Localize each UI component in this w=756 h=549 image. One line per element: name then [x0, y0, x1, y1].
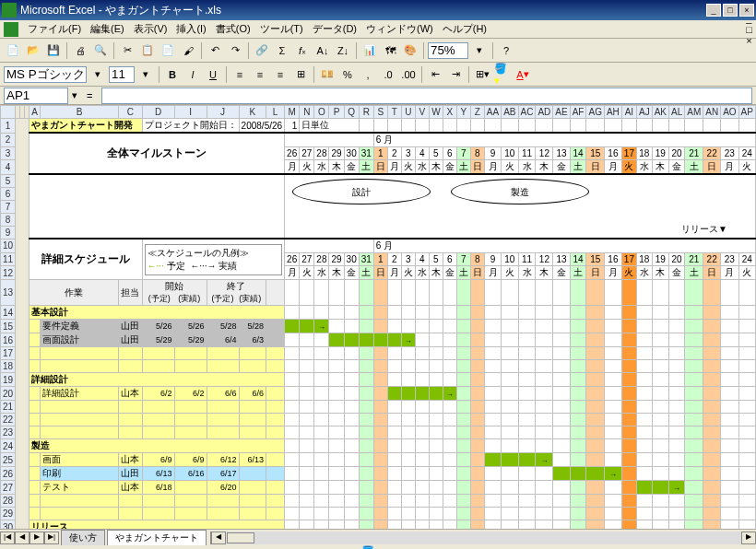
menu-view[interactable]: 表示(V) — [130, 20, 171, 38]
align-left-button[interactable]: ≡ — [230, 65, 249, 84]
menu-file[interactable]: ファイル(F) — [24, 20, 85, 38]
gantt-bar[interactable] — [553, 467, 570, 481]
gantt-bar[interactable]: → — [604, 467, 621, 481]
function-button[interactable]: fₓ — [293, 41, 312, 60]
gantt-bar[interactable] — [401, 387, 415, 401]
tab-nav-prev[interactable]: ◀ — [15, 531, 30, 544]
col-header[interactable]: AB — [502, 106, 518, 119]
row-header[interactable]: 25 — [1, 453, 16, 467]
gantt-bar[interactable] — [300, 320, 314, 333]
row-header[interactable]: 3 — [1, 147, 16, 160]
menu-format[interactable]: 書式(O) — [212, 20, 254, 38]
col-header[interactable]: T — [387, 106, 401, 119]
row-header[interactable]: 22 — [1, 414, 16, 426]
font-color-button[interactable]: A▾ — [514, 65, 532, 84]
row-header[interactable]: 16 — [1, 333, 16, 347]
merge-button[interactable]: ⊞ — [291, 65, 310, 84]
row-header[interactable]: 10 — [1, 239, 16, 253]
row-header[interactable]: 27 — [1, 481, 16, 495]
chart-button[interactable]: 📊 — [360, 41, 379, 60]
tab-nav-last[interactable]: ▶| — [44, 531, 59, 544]
ellipse-design[interactable]: 設計 — [292, 179, 431, 204]
gantt-bar[interactable]: → — [401, 333, 415, 347]
gantt-bar[interactable] — [484, 453, 501, 467]
menu-edit[interactable]: 編集(E) — [87, 20, 128, 38]
gantt-bar[interactable]: → — [536, 453, 553, 467]
copy-button[interactable]: 📋 — [138, 41, 157, 60]
border-button[interactable]: ⊞▾ — [473, 65, 491, 84]
row-header[interactable]: 13 — [1, 280, 16, 306]
col-header[interactable]: AM — [685, 106, 703, 119]
undo-button[interactable]: ↶ — [206, 41, 224, 60]
col-header[interactable]: W — [429, 106, 443, 119]
col-header[interactable]: AI — [621, 106, 636, 119]
col-header[interactable]: N — [300, 106, 314, 119]
doc-close-button[interactable]: × — [746, 35, 752, 46]
preview-button[interactable]: 🔍 — [91, 41, 110, 60]
minimize-button[interactable]: _ — [706, 4, 721, 17]
doc-restore-button[interactable]: □ — [746, 24, 752, 35]
inc-indent-button[interactable]: ⇥ — [446, 65, 465, 84]
gantt-bar[interactable]: → — [668, 481, 684, 495]
gantt-bar[interactable] — [502, 453, 518, 467]
save-button[interactable]: 💾 — [44, 41, 63, 60]
col-header[interactable]: L — [266, 106, 285, 119]
row-header[interactable]: 2 — [1, 133, 16, 147]
inc-decimal-button[interactable]: .0 — [379, 65, 397, 84]
name-box[interactable] — [4, 88, 68, 104]
col-header[interactable]: AE — [553, 106, 570, 119]
row-header[interactable]: 9 — [1, 226, 16, 239]
ellipse-build[interactable]: 製造 — [451, 179, 589, 204]
gantt-bar[interactable] — [329, 333, 344, 347]
row-header[interactable]: 24 — [1, 439, 16, 453]
col-header[interactable]: AD — [536, 106, 553, 119]
gantt-bar[interactable] — [652, 481, 668, 495]
font-dropdown[interactable]: ▾ — [89, 65, 107, 84]
gantt-bar[interactable] — [387, 333, 401, 347]
hscroll-right[interactable]: ▶ — [741, 531, 756, 544]
row-header[interactable]: 17 — [1, 347, 16, 360]
row-header[interactable]: 12 — [1, 266, 16, 280]
row-header[interactable]: 6 — [1, 187, 16, 200]
col-header[interactable]: AK — [652, 106, 668, 119]
tab-nav-first[interactable]: |◀ — [0, 531, 15, 544]
gantt-bar[interactable] — [429, 387, 443, 401]
gantt-bar[interactable] — [373, 333, 387, 347]
size-input[interactable] — [109, 66, 135, 83]
col-header[interactable]: AL — [668, 106, 684, 119]
col-header[interactable]: U — [401, 106, 415, 119]
row-header[interactable]: 21 — [1, 401, 16, 414]
row-header[interactable]: 20 — [1, 387, 16, 401]
gantt-bar[interactable] — [285, 320, 300, 333]
row-header[interactable]: 8 — [1, 213, 16, 226]
row-header[interactable]: 30 — [1, 520, 16, 530]
sheet-tab-usage[interactable]: 使い方 — [61, 530, 105, 545]
gantt-bar[interactable] — [636, 481, 652, 495]
gantt-bar[interactable] — [387, 387, 401, 401]
align-right-button[interactable]: ≡ — [271, 65, 289, 84]
sort-asc-button[interactable]: A↓ — [313, 41, 332, 60]
sort-desc-button[interactable]: Z↓ — [334, 41, 352, 60]
col-header[interactable]: X — [443, 106, 456, 119]
formula-input[interactable] — [101, 88, 752, 104]
row-header[interactable]: 11 — [1, 253, 16, 266]
hscroll-left[interactable]: ◀ — [211, 531, 226, 544]
format-painter-button[interactable]: 🖌 — [179, 41, 197, 60]
col-header[interactable]: AO — [721, 106, 738, 119]
col-header[interactable]: AN — [703, 106, 721, 119]
row-header[interactable]: 23 — [1, 426, 16, 439]
zoom-dropdown[interactable]: ▾ — [470, 41, 489, 60]
row-header[interactable]: 29 — [1, 508, 16, 520]
size-dropdown[interactable]: ▾ — [136, 65, 155, 84]
row-header[interactable]: 19 — [1, 373, 16, 387]
doc-minimize-button[interactable]: _ — [746, 13, 752, 24]
drawing-button[interactable]: 🎨 — [401, 41, 419, 60]
hyperlink-button[interactable]: 🔗 — [253, 41, 271, 60]
gantt-bar[interactable] — [344, 333, 359, 347]
name-box-dropdown[interactable]: ▾ — [72, 89, 77, 101]
col-header[interactable]: AJ — [636, 106, 652, 119]
font-input[interactable] — [4, 66, 87, 83]
col-header[interactable]: Z — [470, 106, 484, 119]
paste-button[interactable]: 📄 — [159, 41, 177, 60]
menu-tools[interactable]: ツール(T) — [256, 20, 307, 38]
